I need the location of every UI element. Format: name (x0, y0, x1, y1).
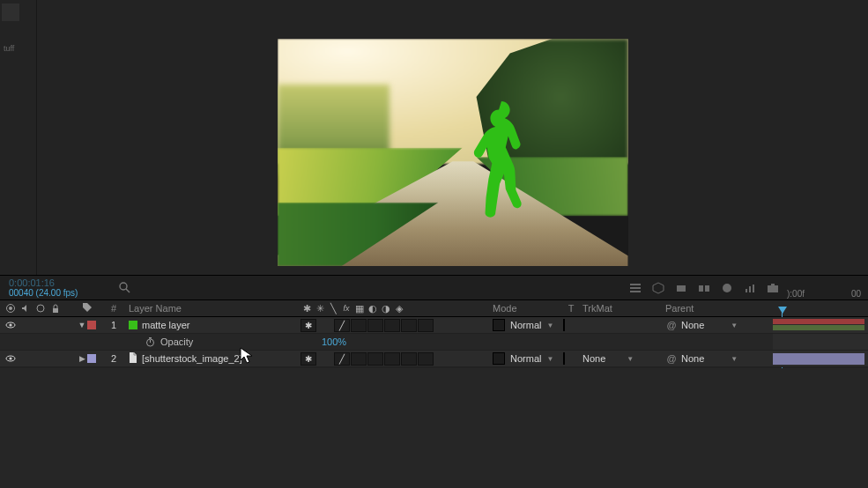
motion-blur-switch[interactable] (384, 352, 400, 366)
playhead-indicator[interactable] (778, 307, 787, 314)
t-column-header: T (563, 303, 579, 314)
layer-row[interactable]: ▶ 2 [shutterstock_image_2] ✱ ╱ Normal▼ N… (0, 351, 868, 367)
stopwatch-icon[interactable] (145, 336, 155, 347)
svg-rect-12 (768, 285, 778, 292)
preserve-transparency-checkbox[interactable] (493, 319, 505, 331)
visibility-toggle[interactable] (5, 353, 16, 364)
parent-dropdown[interactable]: None▼ (681, 320, 738, 330)
panel-label: tuff (4, 44, 14, 53)
visibility-toggle[interactable] (5, 320, 16, 330)
graph-editor-icon[interactable] (743, 281, 757, 295)
fx-switch-icon: fx (340, 302, 352, 314)
svg-rect-22 (149, 337, 152, 339)
audio-column-icon[interactable] (20, 303, 31, 314)
svg-rect-5 (677, 285, 686, 292)
svg-rect-2 (630, 287, 641, 289)
svg-rect-9 (746, 289, 747, 292)
opacity-value[interactable]: 100% (322, 336, 346, 347)
collapse-switch[interactable] (317, 319, 333, 332)
layer-bar[interactable] (773, 353, 864, 365)
draft-3d-icon[interactable] (651, 281, 665, 295)
frame-blend-icon[interactable] (697, 281, 711, 295)
layer-name-column-header[interactable]: Layer Name (123, 303, 299, 314)
layer-track[interactable] (773, 317, 868, 333)
collapse-switch[interactable] (317, 352, 333, 366)
twirl-down-icon[interactable]: ▼ (78, 321, 86, 329)
label-column-icon[interactable] (82, 302, 93, 314)
layer-bar[interactable] (773, 325, 864, 330)
motion-blur-icon[interactable] (720, 281, 734, 295)
timeline-header: 0:00:01:16 00040 (24.00 fps) ):00f 00 (0, 275, 868, 299)
composition-preview[interactable] (37, 0, 868, 275)
frame-blend-switch[interactable] (367, 352, 383, 366)
svg-rect-6 (699, 285, 703, 292)
quality-switch[interactable]: ╱ (334, 319, 350, 332)
motion-blur-switch[interactable] (384, 319, 400, 332)
frame-blend-switch[interactable] (367, 319, 383, 332)
solo-column-icon[interactable] (35, 303, 46, 314)
video-column-icon[interactable] (5, 303, 16, 314)
time-ruler[interactable]: ):00f 00 (780, 276, 868, 300)
lock-column-icon[interactable] (50, 303, 61, 314)
preserve-transparency-checkbox[interactable] (493, 352, 505, 365)
collapse-switch-icon: ✳ (314, 302, 326, 314)
svg-line-1 (126, 289, 130, 292)
current-timecode[interactable]: 0:00:01:16 (9, 278, 113, 288)
mode-column-header[interactable]: Mode (489, 303, 563, 314)
fx-switch[interactable] (351, 352, 367, 366)
adjustment-switch[interactable] (401, 319, 417, 332)
t-checkbox[interactable] (563, 319, 565, 331)
svg-rect-13 (771, 284, 775, 285)
motion-blur-switch-icon: ◐ (367, 302, 379, 314)
solid-color-swatch (129, 321, 137, 329)
fx-switch[interactable] (351, 319, 367, 332)
ruler-tick: ):00f (787, 289, 805, 299)
timeline-empty-area[interactable] (0, 368, 868, 488)
pickwhip-icon[interactable]: @ (665, 352, 678, 365)
svg-point-24 (9, 357, 11, 359)
twirl-right-icon[interactable]: ▶ (79, 354, 85, 363)
layer-name-text[interactable]: [shutterstock_image_2] (142, 353, 242, 364)
search-icon[interactable] (118, 281, 130, 295)
svg-rect-17 (53, 308, 58, 313)
parent-column-header[interactable]: Parent (662, 303, 773, 314)
index-column-header: # (104, 303, 123, 314)
parent-dropdown[interactable]: None▼ (681, 353, 738, 364)
shy-switch[interactable]: ✱ (300, 319, 316, 332)
matte-silhouette (470, 98, 531, 234)
blend-mode-dropdown[interactable]: Normal▼ (510, 320, 553, 330)
layer-track[interactable] (773, 351, 868, 366)
layer-index: 1 (104, 320, 123, 330)
ruler-tick: 00 (851, 289, 861, 299)
label-swatch[interactable] (87, 354, 96, 363)
property-name: Opacity (160, 336, 193, 347)
layer-index: 2 (104, 353, 123, 364)
shy-icon[interactable] (674, 281, 688, 295)
trkmat-dropdown[interactable]: None▼ (582, 353, 634, 364)
label-swatch[interactable] (87, 321, 96, 329)
svg-point-0 (120, 283, 127, 290)
t-checkbox[interactable] (563, 352, 565, 365)
snapshot-icon[interactable] (766, 281, 780, 295)
preview-canvas (278, 39, 628, 266)
tool-button[interactable] (2, 4, 19, 21)
layer-name-text[interactable]: matte layer (142, 320, 189, 330)
svg-point-16 (37, 305, 44, 312)
adjustment-switch[interactable] (401, 352, 417, 366)
property-track[interactable] (773, 334, 868, 350)
quality-switch-icon: ╲ (327, 302, 339, 314)
3d-switch[interactable] (418, 319, 434, 332)
shy-switch[interactable]: ✱ (300, 352, 316, 366)
comp-flowchart-icon[interactable] (628, 281, 642, 295)
layer-row[interactable]: ▼ 1 matte layer ✱ ╱ Normal▼ @ None▼ (0, 317, 868, 334)
layer-rows: ▼ 1 matte layer ✱ ╱ Normal▼ @ None▼ (0, 317, 868, 367)
property-row[interactable]: Opacity 100% (0, 334, 868, 351)
blend-mode-dropdown[interactable]: Normal▼ (510, 353, 553, 364)
3d-switch[interactable] (418, 352, 434, 366)
frame-blend-switch-icon: ▦ (353, 302, 366, 314)
file-icon (129, 352, 137, 365)
pickwhip-icon[interactable]: @ (665, 319, 678, 331)
quality-switch[interactable]: ╱ (334, 352, 350, 366)
layer-bar[interactable] (773, 319, 864, 324)
trkmat-column-header[interactable]: TrkMat (579, 303, 662, 314)
